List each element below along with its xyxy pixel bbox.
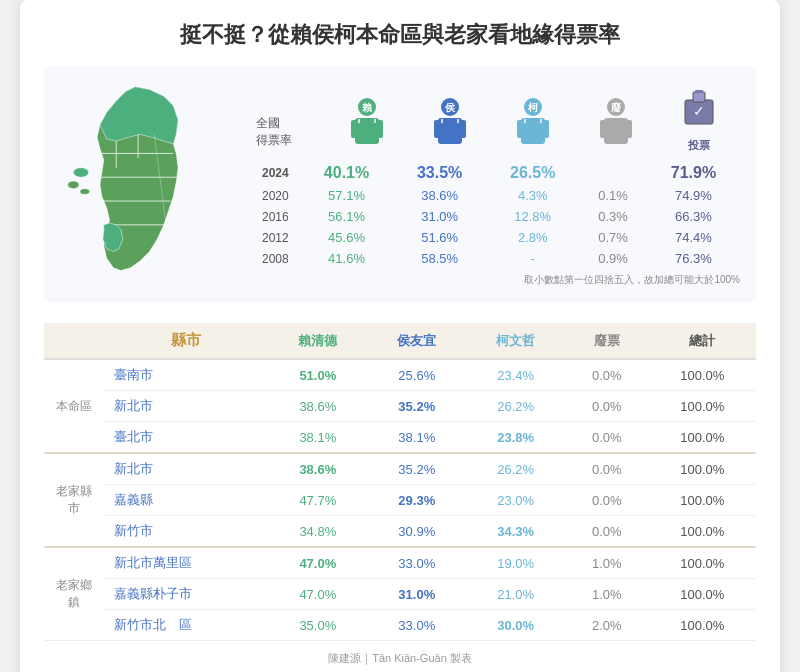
group-label: 老家鄉鎮 [44, 547, 104, 641]
vote-label: 投票 [657, 138, 740, 153]
ko-val: 26.2% [466, 453, 565, 485]
city-name: 新竹市 [104, 516, 268, 548]
waste-val: 0.0% [565, 422, 648, 454]
lai-2024: 40.1% [300, 161, 393, 185]
svg-rect-13 [351, 120, 359, 138]
table-row: 新竹市北 區35.0%33.0%30.0%2.0%100.0% [44, 610, 756, 641]
year-2024: 2024 [256, 161, 300, 185]
hou-val: 29.3% [367, 485, 466, 516]
stats-row-2020: 2020 57.1% 38.6% 4.3% 0.1% 74.9% [256, 185, 740, 206]
lai-val: 38.1% [268, 422, 367, 454]
stats-note: 取小數點第一位四捨五入，故加總可能大於100% [256, 273, 740, 287]
svg-rect-21 [458, 120, 466, 138]
svg-rect-27 [517, 120, 525, 138]
waste-header: 廢票 [565, 323, 648, 359]
ko-val: 30.0% [466, 610, 565, 641]
data-table: 縣市 賴清德 侯友宜 柯文哲 廢票 總計 本命區臺南市51.0%25.6%23.… [44, 323, 756, 641]
hou-val: 38.1% [367, 422, 466, 454]
data-table-section: 縣市 賴清德 侯友宜 柯文哲 廢票 總計 本命區臺南市51.0%25.6%23.… [44, 323, 756, 641]
ko-header: 柯文哲 [466, 323, 565, 359]
table-row: 老家縣市新北市38.6%35.2%26.2%0.0%100.0% [44, 453, 756, 485]
svg-rect-37 [693, 92, 705, 102]
svg-text:廢: 廢 [611, 102, 622, 113]
ko-val: 19.0% [466, 547, 565, 579]
table-row: 新竹市34.8%30.9%34.3%0.0%100.0% [44, 516, 756, 548]
table-row: 本命區臺南市51.0%25.6%23.4%0.0%100.0% [44, 359, 756, 391]
stats-section: 全國 得票率 賴 [256, 82, 740, 287]
map-container [60, 82, 240, 287]
city-name: 臺北市 [104, 422, 268, 454]
svg-rect-28 [541, 120, 549, 138]
city-name: 新北市 [104, 453, 268, 485]
lai-val: 34.8% [268, 516, 367, 548]
svg-rect-35 [624, 120, 632, 138]
vote-2024: 71.9% [647, 161, 740, 185]
ko-val: 34.3% [466, 516, 565, 548]
svg-point-7 [68, 181, 79, 189]
table-row: 嘉義縣朴子市47.0%31.0%21.0%1.0%100.0% [44, 579, 756, 610]
hou-val: 35.2% [367, 453, 466, 485]
svg-rect-20 [434, 120, 442, 138]
hou-val: 33.0% [367, 547, 466, 579]
svg-rect-14 [375, 120, 383, 138]
total-val: 100.0% [648, 485, 756, 516]
taiwan-map [60, 82, 220, 282]
table-row: 臺北市38.1%38.1%23.8%0.0%100.0% [44, 422, 756, 454]
vote-col: ✓ 投票 [657, 82, 740, 153]
total-val: 100.0% [648, 359, 756, 391]
city-name: 臺南市 [104, 359, 268, 391]
hou-val: 31.0% [367, 579, 466, 610]
hou-avatar: 侯 [428, 97, 472, 151]
lai-avatar: 賴 [345, 97, 389, 151]
waste-val: 1.0% [565, 547, 648, 579]
svg-text:賴: 賴 [362, 102, 373, 113]
vote-icon: ✓ [677, 82, 721, 136]
candidate-ko: 柯 [492, 97, 575, 153]
hou-val: 30.9% [367, 516, 466, 548]
lai-val: 38.6% [268, 453, 367, 485]
lai-val: 51.0% [268, 359, 367, 391]
top-section: 全國 得票率 賴 [44, 66, 756, 303]
ko-val: 23.4% [466, 359, 565, 391]
stats-row-2024: 2024 40.1% 33.5% 26.5% 71.9% [256, 161, 740, 185]
stats-row-2012: 2012 45.6% 51.6% 2.8% 0.7% 74.4% [256, 227, 740, 248]
svg-point-6 [73, 168, 88, 178]
ko-val: 26.2% [466, 391, 565, 422]
total-val: 100.0% [648, 391, 756, 422]
table-row: 嘉義縣47.7%29.3%23.0%0.0%100.0% [44, 485, 756, 516]
main-card: 挺不挺？從賴侯柯本命區與老家看地緣得票率 [20, 0, 780, 672]
total-val: 100.0% [648, 453, 756, 485]
city-name: 嘉義縣朴子市 [104, 579, 268, 610]
table-row: 老家鄉鎮新北市萬里區47.0%33.0%19.0%1.0%100.0% [44, 547, 756, 579]
hou-val: 35.2% [367, 391, 466, 422]
total-header: 總計 [648, 323, 756, 359]
stat-label: 全國 得票率 [256, 115, 326, 153]
ko-2024: 26.5% [486, 161, 579, 185]
footer: 陳建源｜Tân Kiân-Guân 製表 [44, 651, 756, 666]
candidate-hou: 侯 [409, 97, 492, 153]
table-header-row: 縣市 賴清德 侯友宜 柯文哲 廢票 總計 [44, 323, 756, 359]
ko-val: 23.0% [466, 485, 565, 516]
ko-val: 21.0% [466, 579, 565, 610]
waste-val: 0.0% [565, 453, 648, 485]
city-name: 新北市 [104, 391, 268, 422]
stats-table: 2024 40.1% 33.5% 26.5% 71.9% 2020 57.1% … [256, 161, 740, 269]
total-val: 100.0% [648, 516, 756, 548]
table-row: 新北市38.6%35.2%26.2%0.0%100.0% [44, 391, 756, 422]
hou-2024: 33.5% [393, 161, 486, 185]
svg-text:柯: 柯 [527, 102, 539, 113]
group-label: 老家縣市 [44, 453, 104, 547]
group-header [44, 323, 104, 359]
svg-point-8 [80, 189, 90, 195]
waste-2024 [579, 161, 647, 185]
total-val: 100.0% [648, 579, 756, 610]
candidates-row: 全國 得票率 賴 [256, 82, 740, 153]
lai-val: 35.0% [268, 610, 367, 641]
city-header: 縣市 [104, 323, 268, 359]
waste-val: 0.0% [565, 485, 648, 516]
total-val: 100.0% [648, 610, 756, 641]
hou-val: 33.0% [367, 610, 466, 641]
svg-rect-34 [600, 120, 608, 138]
hou-header: 侯友宜 [367, 323, 466, 359]
stats-row-2008: 2008 41.6% 58.5% - 0.9% 76.3% [256, 248, 740, 269]
